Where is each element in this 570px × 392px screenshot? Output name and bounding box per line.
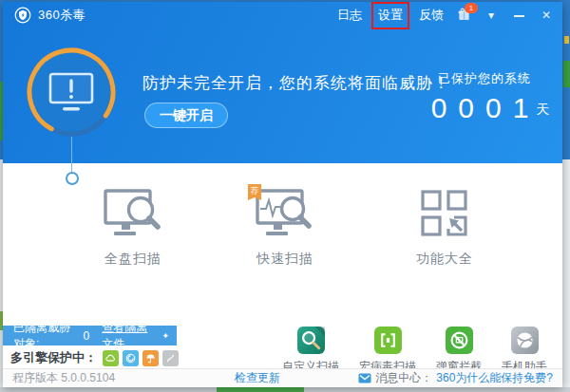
macro-scan-icon	[374, 327, 402, 354]
titlebar-menu: 日志 设置 反馈	[337, 7, 444, 24]
scan-option-label: 快速扫描	[214, 251, 356, 268]
days-unit: 天	[536, 102, 549, 117]
taskbar-item	[217, 387, 304, 392]
custom-scan-icon	[297, 327, 325, 354]
avira-engine-icon[interactable]	[142, 350, 159, 366]
desktop-fragment	[564, 36, 569, 44]
envelope-icon	[358, 373, 371, 383]
desktop-fragment	[563, 61, 570, 87]
decorative-plumb-ring	[66, 172, 79, 185]
check-update-link[interactable]: 检查更新	[235, 370, 280, 386]
desktop-background: 360杀毒 日志 设置 反馈	[0, 0, 570, 392]
menu-feedback[interactable]: 反馈	[419, 7, 444, 24]
bitdefender-engine-icon[interactable]	[162, 350, 179, 366]
phone-assistant-icon	[511, 327, 539, 354]
multi-engine-row: 多引擎保护中：	[10, 349, 179, 366]
engine-row-label: 多引擎保护中：	[10, 349, 97, 366]
menu-settings[interactable]: 设置	[378, 7, 403, 24]
menu-logs[interactable]: 日志	[337, 7, 362, 24]
titlebar: 360杀毒 日志 设置 反馈	[3, 2, 562, 28]
protected-days-value: 0001天	[409, 92, 560, 124]
decorative-plumb-line	[71, 137, 72, 172]
quarantine-label: 已隔离威胁对象:	[13, 320, 79, 352]
window-controls: ▾ ✕	[484, 9, 553, 22]
quick-scan-option[interactable]: 荐 快速扫描	[214, 188, 356, 268]
360-antivirus-window: 360杀毒 日志 设置 反馈	[3, 2, 562, 387]
protected-caption: 已保护您的系统	[409, 70, 560, 87]
program-version: 程序版本 5.0.0.5104	[12, 370, 115, 386]
view-quarantine-link[interactable]: 查看隔离文件	[102, 320, 156, 352]
app-title: 360杀毒	[38, 7, 86, 24]
sparkle-icon: ✦	[162, 331, 169, 341]
toolbox-option[interactable]: 功能大全	[373, 188, 516, 268]
protection-status-circle[interactable]	[27, 47, 116, 137]
scan-option-label: 功能大全	[373, 251, 516, 268]
full-scan-icon	[62, 188, 204, 243]
notification-badge: 1	[465, 3, 478, 13]
toolbox-icon	[373, 188, 516, 243]
status-bar: 程序版本 5.0.0.5104 检查更新 消息中心： 360为什么能保持免费?	[3, 368, 562, 387]
one-key-enable-button[interactable]: 一键开启	[144, 103, 228, 128]
quick-scan-icon: 荐	[214, 188, 356, 243]
shield-logo-icon	[14, 7, 31, 24]
gift-promo-button[interactable]: 1	[457, 8, 471, 22]
message-center-group: 消息中心： 360为什么能保持免费?	[358, 370, 553, 386]
qvm-engine-icon[interactable]	[123, 350, 139, 366]
blue-header-area: 360杀毒 日志 设置 反馈	[3, 2, 562, 163]
chevron-down-icon[interactable]: ▾	[484, 9, 498, 22]
quarantine-status-bar: 已隔离威胁对象: 0 查看隔离文件 ✦	[3, 326, 177, 345]
warning-headline: 防护未完全开启，您的系统将面临威胁！	[142, 72, 450, 94]
popup-block-icon	[446, 327, 473, 354]
minimize-icon[interactable]	[512, 9, 525, 22]
protected-days-block: 已保护您的系统 0001天	[409, 70, 560, 124]
cloud-engine-icon[interactable]	[103, 350, 119, 366]
message-center-link[interactable]: 360为什么能保持免费?	[436, 370, 553, 386]
red-highlight-annotation	[371, 2, 409, 29]
full-scan-option[interactable]: 全盘扫描	[62, 188, 204, 268]
close-icon[interactable]: ✕	[540, 9, 553, 22]
quarantine-count: 0	[83, 329, 89, 343]
scan-option-label: 全盘扫描	[62, 251, 204, 268]
message-center-label: 消息中心：	[375, 370, 432, 386]
